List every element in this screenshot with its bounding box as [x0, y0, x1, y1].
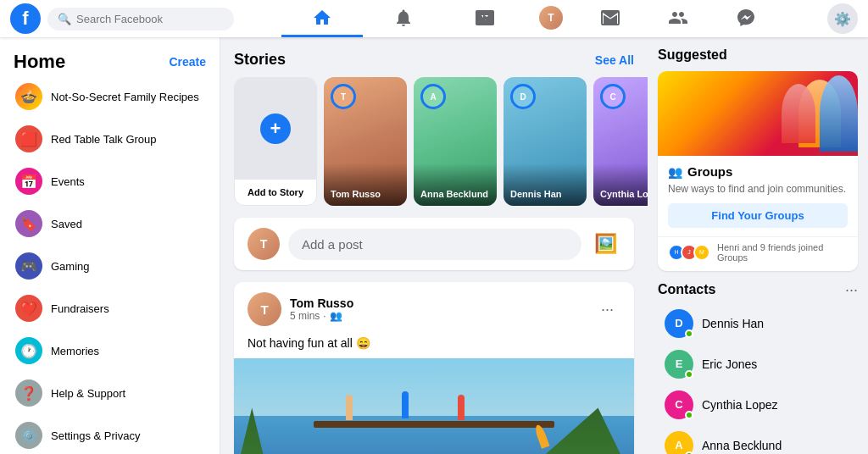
see-all-link[interactable]: See All	[595, 53, 634, 67]
post-meta: 5 mins · 👥	[290, 310, 353, 322]
composer-photo-btn[interactable]: 🖼️	[590, 229, 620, 259]
sidebar-item-label: Help & Support	[51, 387, 125, 400]
story-name-cynthia: Cynthia Lopez	[600, 189, 648, 199]
post-privacy-icon: 👥	[330, 310, 342, 322]
sidebar-item-family-recipes[interactable]: 🍲 Not-So-Secret Family Recipes	[7, 76, 213, 117]
create-link[interactable]: Create	[169, 55, 206, 69]
main-feed: Stories See All + Add to Story T Tom Rus…	[220, 37, 648, 454]
contact-avatar-anna: A	[665, 431, 693, 454]
main-layout: Home Create 🍲 Not-So-Secret Family Recip…	[0, 37, 868, 454]
feed-post: T Tom Russo 5 mins · 👥 ··· Not having fu…	[234, 282, 634, 454]
contacts-more-btn[interactable]: ···	[845, 281, 858, 299]
stories-row: + Add to Story T Tom Russo A Anna Becklu…	[234, 77, 634, 206]
nav-store-btn[interactable]	[576, 0, 644, 37]
online-indicator	[685, 370, 693, 379]
post-time: 5 mins	[290, 310, 320, 322]
stories-header: Stories See All	[234, 51, 634, 69]
contact-item-eric[interactable]: E Eric Jones	[658, 345, 858, 384]
composer-input[interactable]: Add a post	[288, 229, 581, 260]
story-avatar-anna: A	[420, 84, 446, 109]
story-card-cynthia[interactable]: C Cynthia Lopez	[593, 77, 648, 206]
settings-btn[interactable]: ⚙️	[827, 3, 858, 34]
story-avatar-dennis: D	[510, 84, 536, 109]
suggested-title: Suggested	[658, 47, 858, 63]
story-name-tom: Tom Russo	[331, 189, 381, 199]
contact-item-cynthia[interactable]: C Cynthia Lopez	[658, 385, 858, 424]
groups-joined-info: H J M Henri and 9 friends joined Groups	[658, 236, 858, 271]
help-icon: ❓	[15, 379, 42, 407]
contact-item-dennis[interactable]: D Dennis Han	[658, 304, 858, 343]
messenger-icon	[736, 8, 756, 28]
right-panel: Suggested 👥 Groups New ways to find and …	[648, 37, 868, 454]
nav-messenger-btn[interactable]	[712, 0, 780, 37]
sidebar-item-gaming[interactable]: 🎮 Gaming	[7, 246, 213, 286]
facebook-logo[interactable]: f	[10, 3, 41, 34]
story-card-dennis[interactable]: D Dennis Han	[504, 77, 587, 206]
story-avatar-cynthia: C	[600, 84, 626, 109]
nav-right: ⚙️	[827, 3, 858, 34]
top-nav: f 🔍 T ⚙️	[0, 0, 868, 37]
post-more-btn[interactable]: ···	[594, 297, 620, 322]
nav-profile-btn[interactable]: T	[526, 0, 576, 37]
nav-left: f 🔍	[10, 3, 234, 34]
contacts-header: Contacts ···	[658, 281, 858, 299]
post-author-name[interactable]: Tom Russo	[290, 296, 353, 310]
sidebar-item-saved[interactable]: 🔖 Saved	[7, 203, 213, 244]
sidebar-item-label: Red Table Talk Group	[51, 133, 157, 146]
sidebar-item-label: Saved	[51, 218, 82, 230]
groups-card-content: 👥 Groups New ways to find and join commu…	[658, 156, 858, 236]
sidebar-item-settings[interactable]: ⚙️ Settings & Privacy	[7, 415, 213, 454]
contact-name: Eric Jones	[702, 357, 757, 371]
nav-home-btn[interactable]	[281, 0, 363, 37]
search-box[interactable]: 🔍	[47, 8, 234, 30]
post-header: T Tom Russo 5 mins · 👥 ···	[234, 282, 634, 333]
online-indicator	[685, 329, 693, 338]
contact-item-anna[interactable]: A Anna Becklund	[658, 426, 858, 454]
search-input[interactable]	[76, 13, 224, 25]
post-author-details: Tom Russo 5 mins · 👥	[290, 296, 353, 322]
sidebar-item-label: Fundraisers	[51, 302, 109, 315]
post-author-info: T Tom Russo 5 mins · 👥	[248, 292, 353, 326]
groups-card: 👥 Groups New ways to find and join commu…	[658, 71, 858, 271]
post-image	[234, 358, 634, 454]
nav-bell-btn[interactable]	[363, 0, 444, 37]
person-1	[346, 395, 353, 420]
nav-groups-btn[interactable]	[644, 0, 712, 37]
contact-name: Anna Becklund	[702, 439, 782, 452]
composer-placeholder: Add a post	[302, 237, 363, 252]
sidebar-item-label: Not-So-Secret Family Recipes	[51, 91, 199, 103]
sidebar-item-red-table[interactable]: 🟥 Red Table Talk Group	[7, 119, 213, 159]
groups-icon	[668, 8, 688, 28]
story-avatar-tom: T	[331, 84, 356, 109]
sidebar-item-events[interactable]: 📅 Events	[7, 161, 213, 202]
sidebar-item-memories[interactable]: 🕐 Memories	[7, 330, 213, 371]
story-gradient	[504, 163, 587, 206]
bell-icon	[393, 8, 414, 28]
contact-avatar-eric: E	[665, 350, 693, 379]
story-gradient	[414, 163, 497, 206]
joined-text: Henri and 9 friends joined Groups	[717, 242, 848, 263]
sidebar-item-help-support[interactable]: ❓ Help & Support	[7, 373, 213, 413]
stories-title: Stories	[234, 51, 286, 69]
find-groups-btn[interactable]: Find Your Groups	[668, 203, 848, 228]
add-story-card[interactable]: + Add to Story	[234, 77, 317, 206]
story-card-anna[interactable]: A Anna Becklund	[414, 77, 497, 206]
online-indicator	[685, 411, 693, 419]
store-icon	[600, 8, 620, 28]
sidebar-item-label: Settings & Privacy	[51, 429, 141, 442]
sidebar-item-fundraisers[interactable]: ❤️ Fundraisers	[7, 288, 213, 329]
story-card-tom[interactable]: T Tom Russo	[324, 77, 407, 206]
nav-video-btn[interactable]	[444, 0, 526, 37]
groups-card-image	[658, 71, 858, 156]
groups-card-title: Groups	[687, 164, 732, 179]
groups-card-desc: New ways to find and join communities.	[668, 182, 848, 197]
joined-avatars: H J M	[668, 244, 710, 261]
events-icon: 📅	[15, 168, 42, 195]
groups-card-icon: 👥	[668, 165, 682, 179]
post-avatar: T	[248, 292, 281, 326]
story-name-dennis: Dennis Han	[510, 189, 562, 199]
composer-row: T Add a post 🖼️	[248, 228, 620, 260]
search-icon: 🔍	[58, 13, 71, 25]
add-story-circle: +	[260, 114, 291, 144]
sidebar-item-label: Memories	[51, 345, 99, 357]
